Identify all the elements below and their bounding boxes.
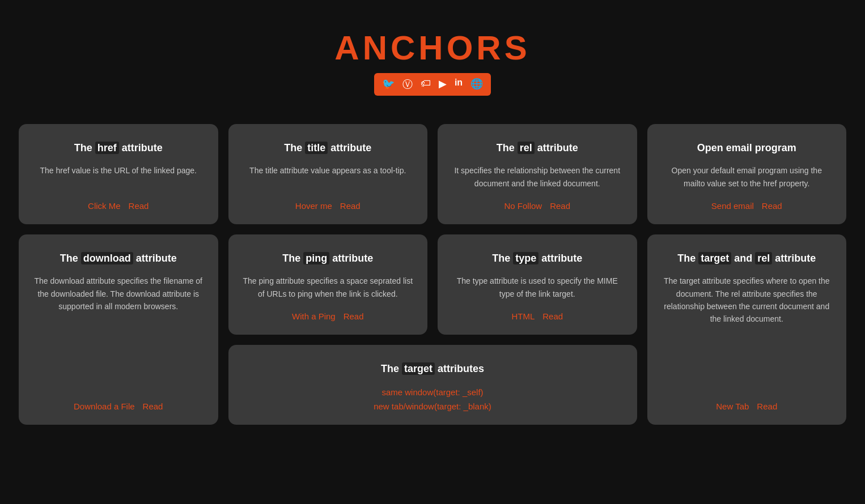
send-email-link[interactable]: Send email [711, 201, 754, 211]
card-target-attrs-title: The target attributes [242, 362, 624, 376]
card-target-rel-attr: The target and rel attribute The target … [647, 234, 847, 425]
card-download-title: The download attribute [32, 251, 205, 266]
card-type-title: The type attribute [451, 251, 624, 266]
href-highlight: href [95, 142, 119, 154]
email-read-link[interactable]: Read [762, 201, 782, 211]
card-rel-links: No Follow Read [451, 201, 624, 211]
card-download-attr: The download attribute The download attr… [19, 234, 218, 425]
main-grid: The href attribute The href value is the… [19, 124, 846, 425]
card-download-desc: The download attribute specifies the fil… [32, 275, 205, 390]
card-email-links: Send email Read [661, 201, 833, 211]
card-target-rel-links: New Tab Read [661, 402, 833, 411]
card-type-desc: The type attribute is used to specify th… [451, 275, 624, 300]
click-me-link[interactable]: Click Me [88, 201, 121, 211]
card-rel-attr: The rel attribute It specifies the relat… [438, 124, 637, 224]
with-ping-link[interactable]: With a Ping [292, 311, 336, 321]
ping-highlight: ping [303, 252, 329, 264]
new-tab-window-link[interactable]: new tab/window(target: _blank) [242, 402, 624, 411]
row1: The href attribute The href value is the… [19, 124, 846, 224]
type-read-link[interactable]: Read [542, 311, 563, 321]
row2: The download attribute The download attr… [19, 234, 846, 425]
card-ping-attr: The ping attribute The ping attribute sp… [228, 234, 428, 335]
card-title-title: The title attribute [242, 141, 414, 155]
twitter-icon[interactable]: 🐦 [382, 78, 395, 91]
rel2-highlight: rel [755, 252, 772, 264]
target3-highlight: target [402, 362, 435, 375]
page-title: ANCHORS [11, 28, 854, 67]
title-highlight: title [305, 142, 328, 154]
card-email-title: Open email program [661, 141, 833, 155]
no-follow-link[interactable]: No Follow [504, 201, 542, 211]
card-download-links: Download a File Read [32, 402, 205, 411]
card-type-links: HTML Read [451, 311, 624, 321]
card-ping-title: The ping attribute [242, 251, 414, 266]
title-read-link[interactable]: Read [340, 201, 361, 211]
card-target-rel-desc: The target attribute specifies where to … [661, 275, 833, 390]
card-title-links: Hover me Read [242, 201, 414, 211]
card-href-title: The href attribute [32, 141, 205, 155]
globe-icon[interactable]: 🌐 [470, 78, 483, 91]
social-bar[interactable]: 🐦 Ⓥ 🏷 ▶ in 🌐 [374, 73, 491, 96]
href-read-link[interactable]: Read [129, 201, 149, 211]
tag-icon[interactable]: 🏷 [421, 78, 431, 91]
target2-highlight: target [698, 252, 731, 264]
download-highlight: download [81, 252, 133, 264]
card-rel-title: The rel attribute [451, 141, 624, 155]
linkedin-icon[interactable]: in [455, 78, 463, 91]
card-email-desc: Open your default email program using th… [661, 164, 833, 190]
card-target-attrs: The target attributes same window(target… [228, 345, 637, 425]
youtube-icon[interactable]: ▶ [439, 78, 447, 91]
type-highlight: type [513, 252, 538, 264]
card-rel-desc: It specifies the relationship between th… [451, 164, 624, 190]
rel-highlight: rel [518, 142, 535, 154]
new-tab-link[interactable]: New Tab [716, 402, 749, 411]
card-href-desc: The href value is the URL of the linked … [32, 164, 205, 190]
github-icon[interactable]: Ⓥ [402, 78, 413, 91]
card-ping-links: With a Ping Read [242, 311, 414, 321]
same-window-link[interactable]: same window(target: _self) [242, 387, 624, 397]
card-type-attr: The type attribute The type attribute is… [438, 234, 637, 335]
download-read-link[interactable]: Read [143, 402, 163, 411]
card-email: Open email program Open your default ema… [647, 124, 847, 224]
page-header: ANCHORS 🐦 Ⓥ 🏷 ▶ in 🌐 [11, 11, 854, 107]
card-title-attr: The title attribute The title attribute … [228, 124, 428, 224]
card-href-attr: The href attribute The href value is the… [19, 124, 218, 224]
hover-me-link[interactable]: Hover me [295, 201, 332, 211]
card-target-rel-title: The target and rel attribute [661, 251, 833, 266]
rel-read-link[interactable]: Read [550, 201, 570, 211]
card-title-desc: The title attribute value appears as a t… [242, 164, 414, 190]
target-rel-read-link[interactable]: Read [757, 402, 777, 411]
download-file-link[interactable]: Download a File [74, 402, 135, 411]
ping-read-link[interactable]: Read [344, 311, 364, 321]
card-target-attrs-links: same window(target: _self) new tab/windo… [242, 387, 624, 411]
card-href-links: Click Me Read [32, 201, 205, 211]
card-ping-desc: The ping attribute specifies a space sep… [242, 275, 414, 300]
html-link[interactable]: HTML [511, 311, 535, 321]
